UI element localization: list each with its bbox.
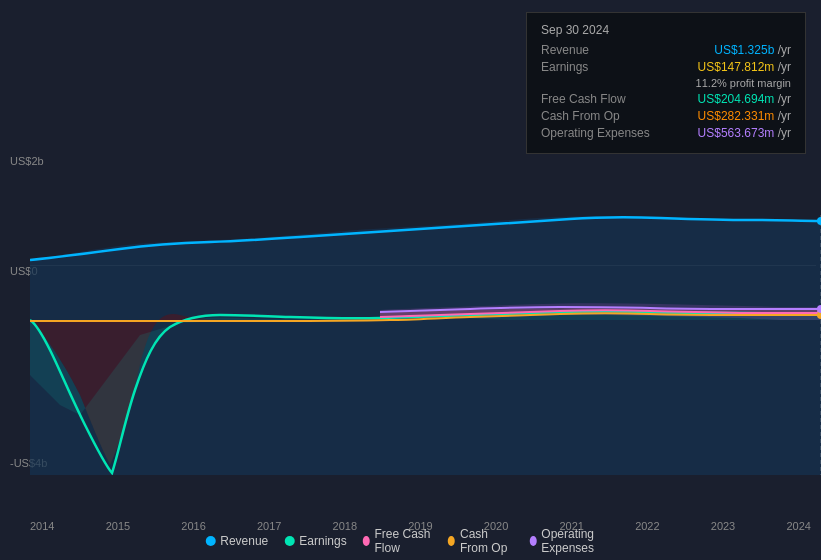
legend-earnings-dot xyxy=(284,536,294,546)
tooltip-cashop-label: Cash From Op xyxy=(541,109,620,123)
x-label-2014: 2014 xyxy=(30,520,54,532)
chart-svg xyxy=(30,155,821,475)
tooltip-cashop-row: Cash From Op US$282.331m /yr xyxy=(541,109,791,123)
tooltip-fcf-label: Free Cash Flow xyxy=(541,92,626,106)
legend-revenue-dot xyxy=(205,536,215,546)
x-label-2016: 2016 xyxy=(181,520,205,532)
tooltip-fcf-value: US$204.694m /yr xyxy=(698,92,791,106)
tooltip-opex-value: US$563.673m /yr xyxy=(698,126,791,140)
legend-fcf-label: Free Cash Flow xyxy=(374,527,432,555)
legend-fcf-dot xyxy=(363,536,370,546)
legend: Revenue Earnings Free Cash Flow Cash Fro… xyxy=(205,527,616,555)
legend-cashop-dot xyxy=(448,536,455,546)
tooltip-earnings-value: US$147.812m /yr xyxy=(698,60,791,74)
legend-revenue-label: Revenue xyxy=(220,534,268,548)
tooltip-earnings-row: Earnings US$147.812m /yr xyxy=(541,60,791,74)
tooltip-margin-row: 11.2% profit margin xyxy=(541,77,791,89)
legend-earnings[interactable]: Earnings xyxy=(284,534,346,548)
legend-fcf[interactable]: Free Cash Flow xyxy=(363,527,433,555)
tooltip-earnings-label: Earnings xyxy=(541,60,588,74)
tooltip-revenue-row: Revenue US$1.325b /yr xyxy=(541,43,791,57)
legend-opex[interactable]: Operating Expenses xyxy=(529,527,615,555)
tooltip-panel: Sep 30 2024 Revenue US$1.325b /yr Earnin… xyxy=(526,12,806,154)
legend-cashop[interactable]: Cash From Op xyxy=(448,527,513,555)
legend-earnings-label: Earnings xyxy=(299,534,346,548)
tooltip-margin-value: 11.2% profit margin xyxy=(696,77,791,89)
x-label-2022: 2022 xyxy=(635,520,659,532)
x-label-2023: 2023 xyxy=(711,520,735,532)
legend-cashop-label: Cash From Op xyxy=(460,527,514,555)
tooltip-fcf-row: Free Cash Flow US$204.694m /yr xyxy=(541,92,791,106)
legend-opex-dot xyxy=(529,536,536,546)
tooltip-cashop-value: US$282.331m /yr xyxy=(698,109,791,123)
tooltip-date: Sep 30 2024 xyxy=(541,23,791,37)
tooltip-revenue-label: Revenue xyxy=(541,43,589,57)
legend-opex-label: Operating Expenses xyxy=(541,527,615,555)
x-label-2015: 2015 xyxy=(106,520,130,532)
tooltip-opex-label: Operating Expenses xyxy=(541,126,650,140)
legend-revenue[interactable]: Revenue xyxy=(205,534,268,548)
tooltip-revenue-value: US$1.325b /yr xyxy=(714,43,791,57)
x-label-2024: 2024 xyxy=(786,520,810,532)
tooltip-opex-row: Operating Expenses US$563.673m /yr xyxy=(541,126,791,140)
